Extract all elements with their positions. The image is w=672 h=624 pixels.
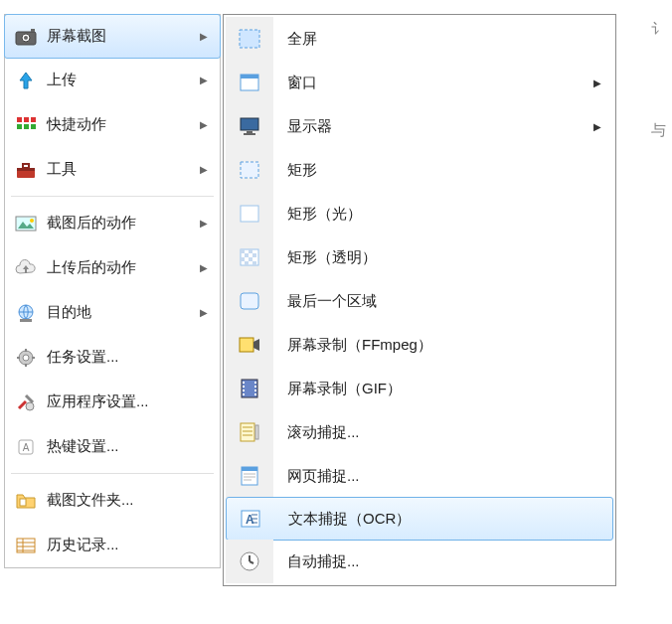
cloud-upload-icon (15, 259, 37, 277)
upload-icon (15, 71, 37, 90)
svg-rect-59 (254, 386, 256, 388)
picture-icon (15, 215, 37, 233)
menu-separator (11, 196, 214, 197)
menu-label: 截图文件夹... (47, 491, 212, 510)
svg-rect-39 (241, 162, 258, 178)
svg-rect-56 (243, 390, 245, 391)
svg-text:A: A (23, 442, 30, 453)
tools-gear-icon (15, 392, 37, 412)
submenu-arrow-icon: ▶ (593, 78, 601, 88)
menu-screenshot[interactable]: 屏幕截图 ▶ (4, 14, 221, 59)
submenu-label: 全屏 (273, 17, 605, 61)
svg-rect-49 (252, 261, 256, 265)
submenu-label: 矩形 (273, 148, 605, 192)
menu-screenshots-folder[interactable]: 截图文件夹... (5, 478, 220, 523)
main-menu: 屏幕截图 ▶ 上传 ▶ 快捷动作 ▶ 工具 ▶ 截图后的动作 ▶ (4, 14, 221, 568)
screenshot-submenu: 全屏 窗口 ▶ 显示器 ▶ 矩形 矩形（光） 矩形（透 (223, 14, 616, 586)
submenu-label: 矩形（光） (273, 192, 605, 235)
svg-rect-5 (24, 117, 29, 122)
svg-rect-38 (244, 133, 255, 135)
menu-label: 快捷动作 (47, 115, 190, 134)
menu-label: 任务设置... (47, 348, 212, 367)
submenu-arrow-icon: ▶ (200, 75, 212, 85)
submenu-label: 屏幕录制（FFmpeg） (273, 323, 605, 367)
last-region-icon (226, 279, 273, 323)
submenu-record-ffmpeg[interactable]: 屏幕录制（FFmpeg） (226, 323, 613, 367)
rect-icon (226, 148, 273, 192)
submenu-scrolling-capture[interactable]: 滚动捕捉... (226, 410, 613, 454)
svg-rect-68 (242, 467, 257, 471)
svg-point-15 (30, 219, 34, 223)
record-ffmpeg-icon (226, 323, 273, 367)
menu-destinations[interactable]: 目的地 ▶ (5, 290, 220, 335)
svg-rect-62 (241, 423, 254, 441)
svg-rect-61 (254, 393, 256, 395)
webpage-icon (226, 454, 273, 498)
submenu-rectangle-transparent[interactable]: 矩形（透明） (226, 235, 613, 279)
submenu-record-gif[interactable]: 屏幕录制（GIF） (226, 367, 613, 410)
svg-rect-51 (240, 338, 253, 352)
submenu-arrow-icon: ▶ (200, 164, 212, 175)
submenu-label: 显示器 (273, 104, 605, 148)
svg-rect-45 (252, 253, 256, 257)
svg-rect-43 (249, 249, 252, 253)
submenu-rectangle-light[interactable]: 矩形（光） (226, 192, 613, 235)
submenu-arrow-icon: ▶ (200, 31, 212, 42)
menu-after-upload[interactable]: 上传后的动作 ▶ (5, 245, 220, 290)
svg-rect-42 (241, 249, 245, 253)
submenu-auto-capture[interactable]: 自动捕捉... (226, 540, 613, 583)
submenu-label: 自动捕捉... (273, 540, 605, 583)
clock-icon (226, 540, 273, 583)
menu-tools[interactable]: 工具 ▶ (5, 147, 220, 192)
menu-label: 上传后的动作 (47, 258, 190, 277)
menu-label: 上传 (47, 71, 190, 89)
menu-history[interactable]: 历史记录... (5, 523, 220, 567)
submenu-arrow-icon: ▶ (200, 307, 212, 318)
scroll-capture-icon (226, 410, 273, 454)
menu-label: 历史记录... (47, 536, 212, 554)
submenu-label: 滚动捕捉... (273, 410, 605, 454)
menu-app-settings[interactable]: 应用程序设置... (5, 380, 220, 424)
submenu-label: 文本捕捉（OCR） (274, 498, 604, 540)
menu-quick-actions[interactable]: 快捷动作 ▶ (5, 102, 220, 147)
svg-point-3 (24, 36, 28, 40)
svg-rect-4 (17, 117, 22, 122)
svg-rect-48 (245, 261, 249, 265)
submenu-arrow-icon: ▶ (200, 218, 212, 229)
ocr-icon: A (227, 498, 274, 540)
menu-label: 工具 (47, 160, 190, 179)
submenu-rectangle[interactable]: 矩形 (226, 148, 613, 192)
svg-rect-66 (255, 425, 258, 439)
menu-after-capture[interactable]: 截图后的动作 ▶ (5, 201, 220, 245)
menu-separator (11, 473, 214, 474)
submenu-label: 窗口 (273, 61, 605, 104)
monitor-icon (226, 104, 273, 148)
globe-icon (15, 303, 37, 323)
submenu-monitor[interactable]: 显示器 ▶ (226, 104, 613, 148)
menu-label: 屏幕截图 (47, 27, 190, 46)
svg-rect-1 (31, 29, 35, 32)
svg-rect-50 (241, 293, 258, 309)
submenu-webpage-capture[interactable]: 网页捕捉... (226, 454, 613, 498)
folder-icon (15, 492, 37, 510)
submenu-label: 最后一个区域 (273, 279, 605, 323)
menu-upload[interactable]: 上传 ▶ (5, 58, 220, 102)
svg-rect-17 (20, 319, 32, 322)
svg-rect-27 (20, 499, 26, 506)
rect-light-icon (226, 192, 273, 235)
svg-rect-6 (31, 117, 36, 122)
submenu-text-ocr[interactable]: A 文本捕捉（OCR） (226, 497, 613, 541)
menu-label: 热键设置... (47, 437, 212, 456)
submenu-window[interactable]: 窗口 ▶ (226, 61, 613, 104)
svg-rect-36 (241, 118, 258, 130)
menu-hotkey-settings[interactable]: A 热键设置... (5, 424, 220, 469)
svg-rect-54 (243, 382, 245, 384)
svg-rect-33 (240, 30, 259, 48)
svg-rect-44 (245, 253, 249, 257)
submenu-fullscreen[interactable]: 全屏 (226, 17, 613, 61)
menu-label: 目的地 (47, 303, 190, 322)
submenu-last-region[interactable]: 最后一个区域 (226, 279, 613, 323)
submenu-arrow-icon: ▶ (200, 119, 212, 130)
menu-task-settings[interactable]: 任务设置... (5, 335, 220, 380)
toolbox-icon (15, 161, 37, 179)
